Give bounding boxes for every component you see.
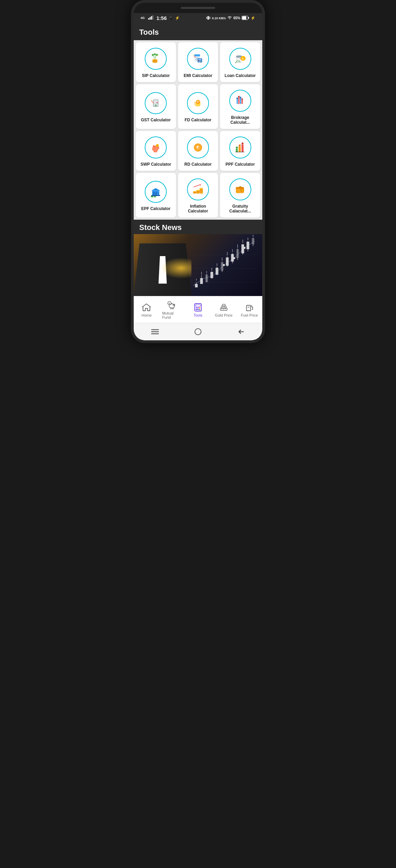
svg-text:4G: 4G xyxy=(141,16,145,20)
signal-bars xyxy=(148,15,154,21)
svg-point-129 xyxy=(242,190,243,191)
svg-rect-5 xyxy=(207,16,209,20)
nav-tools-label: Tools xyxy=(194,313,202,317)
network-speed: 0.10 KB/s xyxy=(212,17,226,20)
svg-rect-59 xyxy=(154,105,155,106)
nav-tools[interactable]: Tools xyxy=(185,301,211,319)
svg-rect-103 xyxy=(155,191,156,195)
tool-card-rd[interactable]: ₹ RD Calculator xyxy=(178,131,218,171)
svg-rect-28 xyxy=(199,61,200,61)
svg-rect-188 xyxy=(196,309,197,310)
svg-rect-2 xyxy=(150,17,151,20)
svg-rect-27 xyxy=(198,61,199,61)
svg-rect-147 xyxy=(216,268,218,275)
svg-rect-61 xyxy=(157,105,158,106)
svg-rect-102 xyxy=(153,191,154,195)
svg-rect-7 xyxy=(210,17,210,19)
svg-rect-186 xyxy=(197,307,199,308)
tool-card-loan[interactable]: $ Loan Calculator xyxy=(220,42,260,82)
svg-text:$: $ xyxy=(242,57,243,60)
nav-fuel-price[interactable]: Fuel Price xyxy=(236,301,262,319)
nav-mutual-fund[interactable]: $ Mutual Fund xyxy=(160,299,185,321)
charging-icon: ⚡ xyxy=(251,16,255,20)
svg-rect-187 xyxy=(199,307,200,308)
svg-point-14 xyxy=(153,60,157,62)
tool-card-brokerage[interactable]: Brokrage Calculat... xyxy=(220,84,260,129)
svg-rect-159 xyxy=(236,249,239,258)
svg-rect-138 xyxy=(200,278,203,284)
signal-indicator: 4G xyxy=(141,15,146,21)
vibrate-icon xyxy=(206,15,210,21)
tool-card-swp[interactable]: $ SWP Calculator xyxy=(136,131,176,171)
main-content: Tools xyxy=(134,23,262,340)
piggy-dollar-icon: $ xyxy=(167,300,177,310)
notch xyxy=(181,7,215,9)
fd-icon-circle: ₹ xyxy=(187,92,209,114)
tool-card-gst[interactable]: GST Calculator xyxy=(136,84,176,129)
svg-rect-9 xyxy=(242,16,246,19)
svg-rect-4 xyxy=(152,15,153,20)
system-back-button[interactable] xyxy=(236,327,246,337)
svg-rect-45 xyxy=(240,61,242,62)
svg-rect-52 xyxy=(154,100,158,102)
brokerage-icon-circle xyxy=(229,90,251,112)
nav-gold-price[interactable]: Gold Price xyxy=(211,301,236,319)
svg-point-130 xyxy=(239,186,241,188)
status-right: 0.10 KB/s 65% ⚡ xyxy=(206,15,255,21)
svg-point-78 xyxy=(153,145,155,147)
sip-icon-circle: ✦ ✦ xyxy=(145,48,167,70)
loan-icon-circle: $ xyxy=(229,48,251,70)
bottom-nav: Home xyxy=(134,296,262,323)
svg-rect-95 xyxy=(236,147,238,147)
time: 1:56 xyxy=(156,15,167,21)
svg-rect-185 xyxy=(196,307,197,308)
svg-rect-104 xyxy=(156,191,157,195)
svg-rect-60 xyxy=(155,105,157,107)
svg-rect-58 xyxy=(157,103,158,104)
tool-card-inflation[interactable]: Inflation Calculator xyxy=(178,173,218,218)
svg-text:₹: ₹ xyxy=(196,145,199,150)
rd-icon-circle: ₹ xyxy=(187,136,209,158)
inflation-label: Inflation Calculator xyxy=(181,204,216,213)
nav-home[interactable]: Home xyxy=(134,301,160,319)
svg-point-171 xyxy=(233,257,235,259)
nav-fuel-price-label: Fuel Price xyxy=(241,313,258,317)
system-home-button[interactable] xyxy=(193,327,203,337)
house-icon xyxy=(142,303,151,312)
svg-rect-6 xyxy=(206,17,207,19)
svg-rect-93 xyxy=(241,145,243,152)
emi-icon-circle xyxy=(187,48,209,70)
tool-card-fd[interactable]: ₹ FD Calculator xyxy=(178,84,218,129)
battery-percent: 65% xyxy=(233,16,240,20)
svg-rect-190 xyxy=(199,309,200,310)
svg-rect-10 xyxy=(248,17,249,19)
svg-rect-153 xyxy=(226,257,229,266)
svg-rect-82 xyxy=(155,151,156,153)
svg-rect-81 xyxy=(154,151,155,153)
loan-label: Loan Calculator xyxy=(224,73,256,78)
svg-rect-141 xyxy=(205,275,208,282)
tool-card-gratuity[interactable]: Gratuity Calaculat... xyxy=(220,173,260,218)
gold-bars-icon xyxy=(219,303,229,312)
tool-card-emi[interactable]: EMI Calculator xyxy=(178,42,218,82)
svg-rect-83 xyxy=(156,151,157,153)
ppf-icon-circle xyxy=(229,136,251,158)
nav-home-label: Home xyxy=(142,313,152,317)
svg-rect-168 xyxy=(252,238,254,244)
svg-point-71 xyxy=(236,98,238,99)
svg-rect-97 xyxy=(239,145,240,145)
fd-label: FD Calculator xyxy=(185,118,211,122)
system-menu-button[interactable] xyxy=(150,327,160,337)
svg-point-205 xyxy=(195,329,201,335)
svg-rect-21 xyxy=(194,54,200,56)
status-left: 4G 1:56 📱 ⚡ xyxy=(141,15,180,21)
tool-card-sip[interactable]: ✦ ✦ SIP Calculator xyxy=(136,42,176,82)
tool-card-ppf[interactable]: PPF Calculator xyxy=(220,131,260,171)
gratuity-label: Gratuity Calaculat... xyxy=(223,204,257,213)
notification-icon: 📱 xyxy=(169,16,173,20)
svg-rect-30 xyxy=(198,62,199,62)
svg-rect-200 xyxy=(248,306,250,308)
svg-point-72 xyxy=(238,96,240,98)
svg-point-74 xyxy=(241,98,243,100)
tool-card-epf[interactable]: EPF Calculator xyxy=(136,173,176,218)
